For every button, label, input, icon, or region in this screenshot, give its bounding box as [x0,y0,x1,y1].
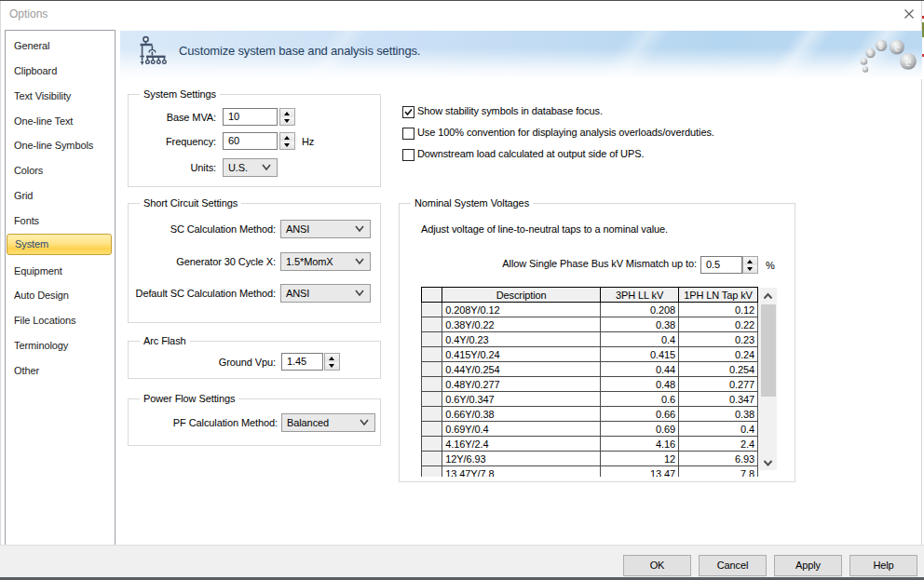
svg-text:e: e [894,41,899,54]
svg-text:e: e [905,55,911,69]
svg-text:e: e [869,49,873,58]
svg-text:e: e [879,41,884,51]
